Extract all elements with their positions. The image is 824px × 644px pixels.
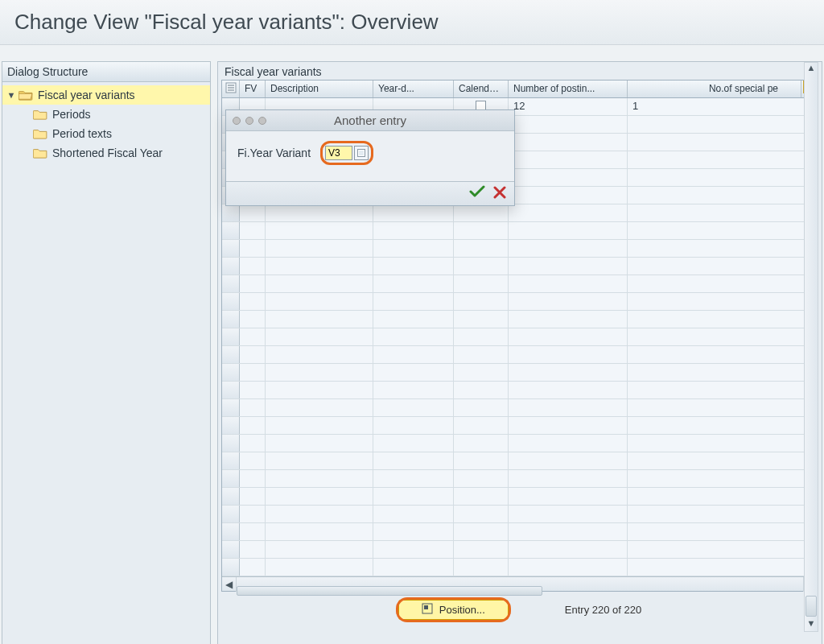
col-yeardep[interactable]: Year-d... bbox=[373, 80, 454, 97]
table-row[interactable] bbox=[222, 364, 818, 382]
cell-posting[interactable] bbox=[509, 275, 628, 292]
cell-special[interactable] bbox=[628, 559, 818, 576]
cell-posting[interactable] bbox=[509, 116, 628, 133]
cell-posting[interactable] bbox=[509, 435, 628, 452]
cell-yeardep[interactable] bbox=[373, 488, 454, 505]
vscroll-thumb[interactable] bbox=[805, 596, 817, 617]
cell-yeardep[interactable] bbox=[373, 240, 454, 257]
cell-calendar[interactable] bbox=[454, 240, 509, 257]
tree-node-fiscal-year-variants[interactable]: ▼ Fiscal year variants bbox=[2, 85, 210, 105]
table-row[interactable] bbox=[222, 311, 818, 328]
cell-description[interactable] bbox=[266, 240, 373, 257]
row-selector[interactable] bbox=[222, 452, 240, 469]
cell-posting[interactable] bbox=[509, 346, 628, 363]
tree-node-period-texts[interactable]: Period texts bbox=[2, 124, 210, 143]
table-row[interactable] bbox=[222, 452, 818, 470]
cell-description[interactable] bbox=[266, 523, 373, 540]
cell-fv[interactable] bbox=[240, 258, 266, 275]
cell-fv[interactable] bbox=[240, 541, 266, 558]
cell-posting[interactable] bbox=[509, 559, 628, 576]
table-row[interactable] bbox=[222, 541, 818, 559]
row-selector[interactable] bbox=[222, 311, 240, 328]
cell-yeardep[interactable] bbox=[373, 328, 454, 345]
cell-calendar[interactable] bbox=[454, 346, 509, 363]
cell-yeardep[interactable] bbox=[373, 541, 454, 558]
cell-posting[interactable] bbox=[509, 222, 628, 239]
cell-fv[interactable] bbox=[240, 382, 266, 398]
cell-posting[interactable] bbox=[509, 541, 628, 558]
cell-yeardep[interactable] bbox=[373, 506, 454, 522]
cell-special[interactable] bbox=[628, 435, 818, 452]
table-row[interactable] bbox=[222, 204, 818, 222]
cell-special[interactable] bbox=[628, 523, 818, 540]
cell-description[interactable] bbox=[266, 541, 373, 558]
tree-toggle-icon[interactable]: ▼ bbox=[6, 89, 17, 101]
cell-yeardep[interactable] bbox=[373, 399, 454, 416]
cell-special[interactable] bbox=[628, 541, 818, 558]
table-row[interactable] bbox=[222, 240, 818, 258]
cell-posting[interactable] bbox=[509, 452, 628, 469]
cell-special[interactable] bbox=[628, 346, 818, 363]
row-selector[interactable] bbox=[222, 258, 240, 275]
cell-posting[interactable] bbox=[509, 523, 628, 540]
cell-fv[interactable] bbox=[240, 523, 266, 540]
cell-fv[interactable] bbox=[240, 275, 266, 292]
cell-calendar[interactable] bbox=[454, 399, 509, 416]
cell-special[interactable] bbox=[628, 116, 818, 133]
cell-yeardep[interactable] bbox=[373, 382, 454, 398]
cell-fv[interactable] bbox=[240, 293, 266, 310]
ok-button[interactable] bbox=[469, 185, 485, 202]
cell-posting[interactable] bbox=[509, 470, 628, 487]
cell-description[interactable] bbox=[266, 204, 373, 221]
grid-selectall-header[interactable] bbox=[222, 80, 240, 97]
table-row[interactable] bbox=[222, 506, 818, 523]
cell-special[interactable] bbox=[628, 364, 818, 381]
cell-special[interactable] bbox=[628, 311, 818, 328]
col-posting[interactable]: Number of postin... bbox=[509, 80, 628, 97]
table-row[interactable] bbox=[222, 399, 818, 417]
cell-special[interactable] bbox=[628, 240, 818, 257]
row-selector[interactable] bbox=[222, 523, 240, 540]
window-zoom-icon[interactable] bbox=[258, 117, 266, 125]
cell-yeardep[interactable] bbox=[373, 258, 454, 275]
cell-special[interactable] bbox=[628, 258, 818, 275]
cell-posting[interactable] bbox=[509, 258, 628, 275]
cell-calendar[interactable] bbox=[454, 364, 509, 381]
cell-calendar[interactable] bbox=[454, 275, 509, 292]
table-row[interactable] bbox=[222, 417, 818, 435]
row-selector[interactable] bbox=[222, 275, 240, 292]
cell-special[interactable] bbox=[628, 382, 818, 398]
cell-yeardep[interactable] bbox=[373, 364, 454, 381]
table-row[interactable] bbox=[222, 382, 818, 399]
cell-special[interactable] bbox=[628, 187, 818, 204]
cell-calendar[interactable] bbox=[454, 559, 509, 576]
cell-description[interactable] bbox=[266, 417, 373, 434]
cell-description[interactable] bbox=[266, 275, 373, 292]
cell-calendar[interactable] bbox=[454, 488, 509, 505]
cell-yeardep[interactable] bbox=[373, 311, 454, 328]
table-row[interactable] bbox=[222, 488, 818, 506]
cell-fv[interactable] bbox=[240, 222, 266, 239]
cell-yeardep[interactable] bbox=[373, 293, 454, 310]
cell-calendar[interactable] bbox=[454, 470, 509, 487]
row-selector[interactable] bbox=[222, 488, 240, 505]
cell-fv[interactable] bbox=[240, 328, 266, 345]
tree-node-periods[interactable]: Periods bbox=[2, 105, 210, 124]
row-selector[interactable] bbox=[222, 293, 240, 310]
dialog-titlebar[interactable]: Another entry bbox=[226, 110, 514, 131]
cell-calendar[interactable] bbox=[454, 222, 509, 239]
cell-fv[interactable] bbox=[240, 311, 266, 328]
cell-calendar[interactable] bbox=[454, 258, 509, 275]
cell-fv[interactable] bbox=[240, 470, 266, 487]
table-row[interactable] bbox=[222, 275, 818, 293]
cell-special[interactable] bbox=[628, 470, 818, 487]
cell-posting[interactable] bbox=[509, 240, 628, 257]
cell-fv[interactable] bbox=[240, 559, 266, 576]
cell-fv[interactable] bbox=[240, 435, 266, 452]
cell-fv[interactable] bbox=[240, 364, 266, 381]
window-minimize-icon[interactable] bbox=[245, 117, 253, 125]
cell-posting[interactable] bbox=[509, 399, 628, 416]
table-row[interactable] bbox=[222, 222, 818, 240]
cell-description[interactable] bbox=[266, 506, 373, 522]
cell-description[interactable] bbox=[266, 346, 373, 363]
